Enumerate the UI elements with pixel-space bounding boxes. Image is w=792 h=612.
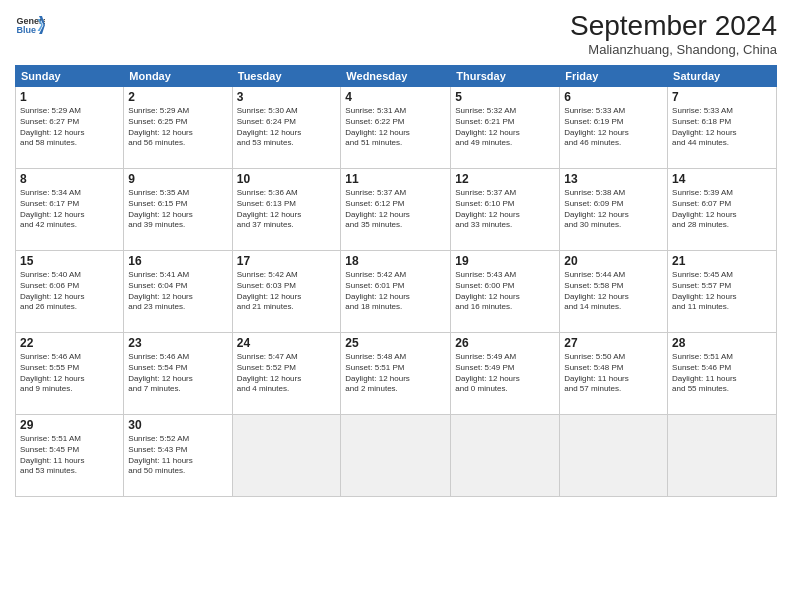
table-row: 1Sunrise: 5:29 AM Sunset: 6:27 PM Daylig…: [16, 87, 124, 169]
day-info: Sunrise: 5:43 AM Sunset: 6:00 PM Dayligh…: [455, 270, 555, 313]
col-tuesday: Tuesday: [232, 66, 341, 87]
day-info: Sunrise: 5:29 AM Sunset: 6:27 PM Dayligh…: [20, 106, 119, 149]
day-info: Sunrise: 5:52 AM Sunset: 5:43 PM Dayligh…: [128, 434, 227, 477]
col-monday: Monday: [124, 66, 232, 87]
day-number: 29: [20, 418, 119, 432]
calendar-week-row: 29Sunrise: 5:51 AM Sunset: 5:45 PM Dayli…: [16, 415, 777, 497]
day-info: Sunrise: 5:42 AM Sunset: 6:03 PM Dayligh…: [237, 270, 337, 313]
day-info: Sunrise: 5:51 AM Sunset: 5:45 PM Dayligh…: [20, 434, 119, 477]
day-info: Sunrise: 5:30 AM Sunset: 6:24 PM Dayligh…: [237, 106, 337, 149]
day-number: 13: [564, 172, 663, 186]
table-row: 20Sunrise: 5:44 AM Sunset: 5:58 PM Dayli…: [560, 251, 668, 333]
col-sunday: Sunday: [16, 66, 124, 87]
table-row: 5Sunrise: 5:32 AM Sunset: 6:21 PM Daylig…: [451, 87, 560, 169]
calendar-week-row: 22Sunrise: 5:46 AM Sunset: 5:55 PM Dayli…: [16, 333, 777, 415]
day-info: Sunrise: 5:29 AM Sunset: 6:25 PM Dayligh…: [128, 106, 227, 149]
table-row: 30Sunrise: 5:52 AM Sunset: 5:43 PM Dayli…: [124, 415, 232, 497]
day-number: 15: [20, 254, 119, 268]
logo: General Blue: [15, 10, 45, 40]
table-row: 29Sunrise: 5:51 AM Sunset: 5:45 PM Dayli…: [16, 415, 124, 497]
day-info: Sunrise: 5:39 AM Sunset: 6:07 PM Dayligh…: [672, 188, 772, 231]
table-row: 22Sunrise: 5:46 AM Sunset: 5:55 PM Dayli…: [16, 333, 124, 415]
day-info: Sunrise: 5:34 AM Sunset: 6:17 PM Dayligh…: [20, 188, 119, 231]
day-number: 24: [237, 336, 337, 350]
header: General Blue September 2024 Malianzhuang…: [15, 10, 777, 57]
table-row: 14Sunrise: 5:39 AM Sunset: 6:07 PM Dayli…: [668, 169, 777, 251]
day-number: 16: [128, 254, 227, 268]
day-number: 10: [237, 172, 337, 186]
svg-text:Blue: Blue: [17, 25, 37, 35]
day-info: Sunrise: 5:33 AM Sunset: 6:18 PM Dayligh…: [672, 106, 772, 149]
table-row: 2Sunrise: 5:29 AM Sunset: 6:25 PM Daylig…: [124, 87, 232, 169]
table-row: 18Sunrise: 5:42 AM Sunset: 6:01 PM Dayli…: [341, 251, 451, 333]
day-number: 21: [672, 254, 772, 268]
day-info: Sunrise: 5:41 AM Sunset: 6:04 PM Dayligh…: [128, 270, 227, 313]
calendar-header-row: Sunday Monday Tuesday Wednesday Thursday…: [16, 66, 777, 87]
table-row: 21Sunrise: 5:45 AM Sunset: 5:57 PM Dayli…: [668, 251, 777, 333]
day-info: Sunrise: 5:46 AM Sunset: 5:54 PM Dayligh…: [128, 352, 227, 395]
day-info: Sunrise: 5:38 AM Sunset: 6:09 PM Dayligh…: [564, 188, 663, 231]
day-number: 6: [564, 90, 663, 104]
location-title: Malianzhuang, Shandong, China: [570, 42, 777, 57]
day-info: Sunrise: 5:40 AM Sunset: 6:06 PM Dayligh…: [20, 270, 119, 313]
day-info: Sunrise: 5:50 AM Sunset: 5:48 PM Dayligh…: [564, 352, 663, 395]
calendar-table: Sunday Monday Tuesday Wednesday Thursday…: [15, 65, 777, 497]
day-number: 23: [128, 336, 227, 350]
day-number: 11: [345, 172, 446, 186]
calendar-week-row: 1Sunrise: 5:29 AM Sunset: 6:27 PM Daylig…: [16, 87, 777, 169]
day-number: 25: [345, 336, 446, 350]
table-row: 16Sunrise: 5:41 AM Sunset: 6:04 PM Dayli…: [124, 251, 232, 333]
day-number: 3: [237, 90, 337, 104]
table-row: 23Sunrise: 5:46 AM Sunset: 5:54 PM Dayli…: [124, 333, 232, 415]
day-number: 30: [128, 418, 227, 432]
table-row: 24Sunrise: 5:47 AM Sunset: 5:52 PM Dayli…: [232, 333, 341, 415]
day-info: Sunrise: 5:37 AM Sunset: 6:10 PM Dayligh…: [455, 188, 555, 231]
table-row: 17Sunrise: 5:42 AM Sunset: 6:03 PM Dayli…: [232, 251, 341, 333]
day-info: Sunrise: 5:32 AM Sunset: 6:21 PM Dayligh…: [455, 106, 555, 149]
table-row: [341, 415, 451, 497]
day-number: 5: [455, 90, 555, 104]
day-number: 19: [455, 254, 555, 268]
table-row: 3Sunrise: 5:30 AM Sunset: 6:24 PM Daylig…: [232, 87, 341, 169]
day-number: 9: [128, 172, 227, 186]
day-info: Sunrise: 5:31 AM Sunset: 6:22 PM Dayligh…: [345, 106, 446, 149]
table-row: 25Sunrise: 5:48 AM Sunset: 5:51 PM Dayli…: [341, 333, 451, 415]
day-info: Sunrise: 5:48 AM Sunset: 5:51 PM Dayligh…: [345, 352, 446, 395]
day-info: Sunrise: 5:51 AM Sunset: 5:46 PM Dayligh…: [672, 352, 772, 395]
table-row: 13Sunrise: 5:38 AM Sunset: 6:09 PM Dayli…: [560, 169, 668, 251]
col-wednesday: Wednesday: [341, 66, 451, 87]
table-row: 15Sunrise: 5:40 AM Sunset: 6:06 PM Dayli…: [16, 251, 124, 333]
day-number: 2: [128, 90, 227, 104]
table-row: 4Sunrise: 5:31 AM Sunset: 6:22 PM Daylig…: [341, 87, 451, 169]
table-row: [560, 415, 668, 497]
table-row: 26Sunrise: 5:49 AM Sunset: 5:49 PM Dayli…: [451, 333, 560, 415]
table-row: 10Sunrise: 5:36 AM Sunset: 6:13 PM Dayli…: [232, 169, 341, 251]
page: General Blue September 2024 Malianzhuang…: [0, 0, 792, 612]
day-info: Sunrise: 5:46 AM Sunset: 5:55 PM Dayligh…: [20, 352, 119, 395]
table-row: 27Sunrise: 5:50 AM Sunset: 5:48 PM Dayli…: [560, 333, 668, 415]
table-row: 11Sunrise: 5:37 AM Sunset: 6:12 PM Dayli…: [341, 169, 451, 251]
calendar-week-row: 15Sunrise: 5:40 AM Sunset: 6:06 PM Dayli…: [16, 251, 777, 333]
table-row: [451, 415, 560, 497]
day-number: 4: [345, 90, 446, 104]
month-title: September 2024: [570, 10, 777, 42]
table-row: 28Sunrise: 5:51 AM Sunset: 5:46 PM Dayli…: [668, 333, 777, 415]
general-blue-icon: General Blue: [15, 10, 45, 40]
day-number: 8: [20, 172, 119, 186]
day-number: 18: [345, 254, 446, 268]
col-saturday: Saturday: [668, 66, 777, 87]
table-row: 19Sunrise: 5:43 AM Sunset: 6:00 PM Dayli…: [451, 251, 560, 333]
day-number: 22: [20, 336, 119, 350]
day-number: 28: [672, 336, 772, 350]
col-friday: Friday: [560, 66, 668, 87]
title-area: September 2024 Malianzhuang, Shandong, C…: [570, 10, 777, 57]
table-row: 9Sunrise: 5:35 AM Sunset: 6:15 PM Daylig…: [124, 169, 232, 251]
table-row: 12Sunrise: 5:37 AM Sunset: 6:10 PM Dayli…: [451, 169, 560, 251]
calendar-week-row: 8Sunrise: 5:34 AM Sunset: 6:17 PM Daylig…: [16, 169, 777, 251]
day-info: Sunrise: 5:42 AM Sunset: 6:01 PM Dayligh…: [345, 270, 446, 313]
col-thursday: Thursday: [451, 66, 560, 87]
day-info: Sunrise: 5:45 AM Sunset: 5:57 PM Dayligh…: [672, 270, 772, 313]
day-number: 7: [672, 90, 772, 104]
day-number: 20: [564, 254, 663, 268]
day-info: Sunrise: 5:44 AM Sunset: 5:58 PM Dayligh…: [564, 270, 663, 313]
